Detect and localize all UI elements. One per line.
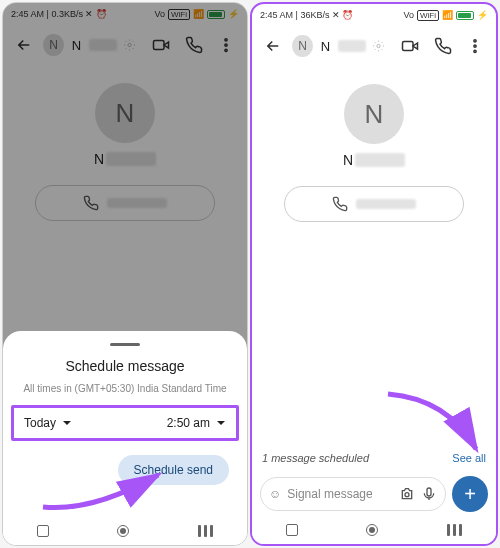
svg-point-9 bbox=[474, 50, 476, 52]
svg-point-7 bbox=[474, 40, 476, 42]
nav-recent[interactable] bbox=[286, 524, 298, 536]
mic-icon[interactable] bbox=[421, 486, 437, 502]
back-button[interactable] bbox=[260, 32, 286, 60]
scheduled-count-label: 1 message scheduled bbox=[262, 452, 369, 464]
status-bar: 2:45 AM | 36KB/s ✕ ⏰ Vo WiFi 📶 ⚡ bbox=[252, 4, 496, 26]
svg-point-10 bbox=[405, 493, 409, 497]
compose-bar: ☺ Signal message + bbox=[252, 470, 496, 516]
datetime-picker-row: Today 2:50 am bbox=[11, 405, 239, 441]
camera-icon[interactable] bbox=[399, 486, 415, 502]
message-input[interactable]: ☺ Signal message bbox=[260, 477, 446, 511]
svg-rect-6 bbox=[403, 42, 414, 51]
schedule-sheet: Schedule message All times in (GMT+05:30… bbox=[3, 331, 247, 545]
svg-point-5 bbox=[377, 44, 380, 47]
nav-recent[interactable] bbox=[37, 525, 49, 537]
chat-header: N N bbox=[252, 26, 496, 66]
header-contact-name[interactable]: N bbox=[321, 39, 330, 54]
contact-name: N bbox=[343, 152, 405, 168]
redacted-name bbox=[338, 40, 366, 52]
chat-body: N N bbox=[252, 66, 496, 446]
android-navbar bbox=[252, 516, 496, 544]
emoji-icon[interactable]: ☺ bbox=[269, 487, 281, 501]
nav-home[interactable] bbox=[117, 525, 129, 537]
see-all-link[interactable]: See all bbox=[452, 452, 486, 464]
more-button[interactable] bbox=[462, 32, 488, 60]
signal-icon: 📶 bbox=[442, 10, 453, 20]
plus-icon: + bbox=[464, 483, 476, 506]
nav-menu[interactable] bbox=[198, 525, 213, 537]
time-picker[interactable]: 2:50 am bbox=[167, 416, 226, 430]
svg-rect-11 bbox=[427, 488, 431, 496]
svg-point-8 bbox=[474, 45, 476, 47]
sheet-handle[interactable] bbox=[110, 343, 140, 346]
contact-avatar[interactable]: N bbox=[344, 84, 404, 144]
sheet-title: Schedule message bbox=[17, 358, 233, 374]
call-pill-button[interactable] bbox=[284, 186, 464, 222]
gear-icon bbox=[372, 39, 385, 53]
add-button[interactable]: + bbox=[452, 476, 488, 512]
android-navbar bbox=[3, 517, 247, 545]
message-placeholder: Signal message bbox=[287, 487, 393, 501]
day-picker[interactable]: Today bbox=[24, 416, 72, 430]
nav-menu[interactable] bbox=[447, 524, 462, 536]
battery-icon bbox=[456, 11, 474, 20]
header-avatar[interactable]: N bbox=[292, 35, 313, 57]
schedule-send-button[interactable]: Schedule send bbox=[118, 455, 229, 485]
voice-call-button[interactable] bbox=[430, 32, 456, 60]
scheduled-bar: 1 message scheduled See all bbox=[252, 446, 496, 470]
chevron-down-icon bbox=[62, 418, 72, 428]
nav-home[interactable] bbox=[366, 524, 378, 536]
volte-icon: Vo bbox=[403, 10, 414, 20]
chevron-down-icon bbox=[216, 418, 226, 428]
wifi-icon: WiFi bbox=[417, 10, 439, 21]
timezone-label: All times in (GMT+05:30) India Standard … bbox=[17, 382, 233, 395]
video-call-button[interactable] bbox=[397, 32, 423, 60]
